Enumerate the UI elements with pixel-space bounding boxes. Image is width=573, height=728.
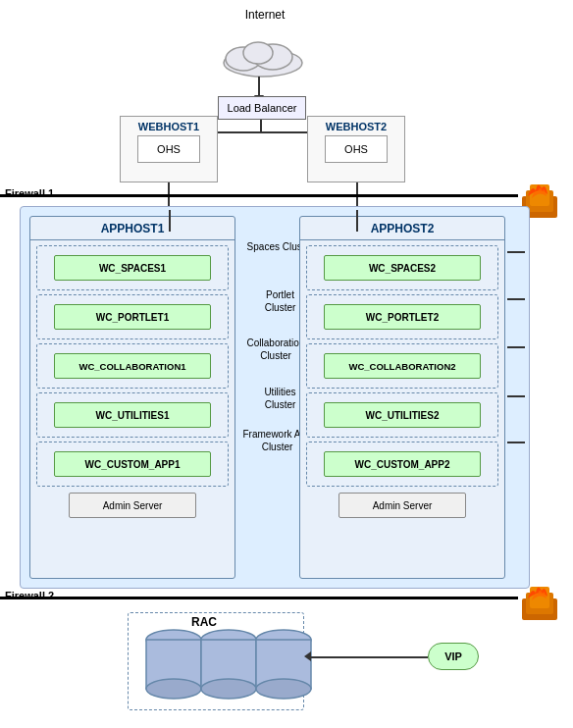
webhost2-ohs: OHS xyxy=(325,135,388,163)
conn-collab xyxy=(507,346,525,348)
webhost1-ohs: OHS xyxy=(137,135,200,163)
wc-portlet2-box: WC_PORTLET2 xyxy=(324,304,481,330)
apphost2-box: APPHOST2 WC_SPACES2 WC_PORTLET2 WC_COLLA… xyxy=(299,216,505,579)
firewall2-line xyxy=(0,597,518,599)
wh1-to-app-arrow xyxy=(169,210,171,232)
admin-server2-box: Admin Server xyxy=(339,493,466,518)
wc-portlet1-box: WC_PORTLET1 xyxy=(54,304,211,330)
wh2-to-app-arrow xyxy=(356,210,358,232)
conn-spaces xyxy=(507,251,525,253)
vip-to-rac-arrow xyxy=(310,656,428,658)
conn-portlet xyxy=(507,298,525,300)
webhost1-box: WEBHOST1 OHS xyxy=(120,116,218,182)
wc-collaboration1-box: WC_COLLABORATION1 xyxy=(54,353,211,379)
internet-label: Internet xyxy=(226,8,304,22)
wc-utilities1-box: WC_UTILITIES1 xyxy=(54,402,211,428)
svg-point-15 xyxy=(201,679,256,699)
webhost2-title: WEBHOST2 xyxy=(326,117,387,135)
rac-databases xyxy=(142,626,314,712)
wc-spaces2-box: WC_SPACES2 xyxy=(324,255,481,281)
conn-custom xyxy=(507,442,525,443)
vip-circle: VIP xyxy=(428,643,479,670)
apphost1-title: APPHOST1 xyxy=(30,217,234,240)
wc-custom-app1-box: WC_CUSTOM_APP1 xyxy=(54,451,211,477)
svg-point-3 xyxy=(243,42,273,64)
firewall2-icon xyxy=(520,579,559,623)
wc-utilities2-box: WC_UTILITIES2 xyxy=(324,402,481,428)
firewall1-line xyxy=(0,194,518,197)
wc-spaces1-box: WC_SPACES1 xyxy=(54,255,211,281)
firewall2-label: Firewall 2 xyxy=(5,590,54,601)
svg-point-12 xyxy=(146,679,201,699)
architecture-diagram: Internet Load Balancer WEBHOST1 OHS WEBH… xyxy=(0,0,573,728)
wc-custom-app2-box: WC_CUSTOM_APP2 xyxy=(324,451,481,477)
firewall1-label: Firewall 1 xyxy=(5,187,54,199)
apphost1-box: APPHOST1 WC_SPACES1 WC_PORTLET1 WC_COLLA… xyxy=(29,216,235,579)
webhost2-box: WEBHOST2 OHS xyxy=(307,116,405,182)
wc-collaboration2-box: WC_COLLABORATION2 xyxy=(324,353,481,379)
apphost2-title: APPHOST2 xyxy=(300,217,504,240)
conn-util xyxy=(507,395,525,397)
admin-server1-box: Admin Server xyxy=(69,493,196,518)
webhost1-title: WEBHOST1 xyxy=(138,117,199,135)
cloud-icon xyxy=(214,26,312,79)
load-balancer-box: Load Balancer xyxy=(218,96,306,120)
load-balancer-label: Load Balancer xyxy=(228,102,297,114)
svg-point-18 xyxy=(256,679,311,699)
cloud-to-lb-arrow xyxy=(258,77,260,96)
